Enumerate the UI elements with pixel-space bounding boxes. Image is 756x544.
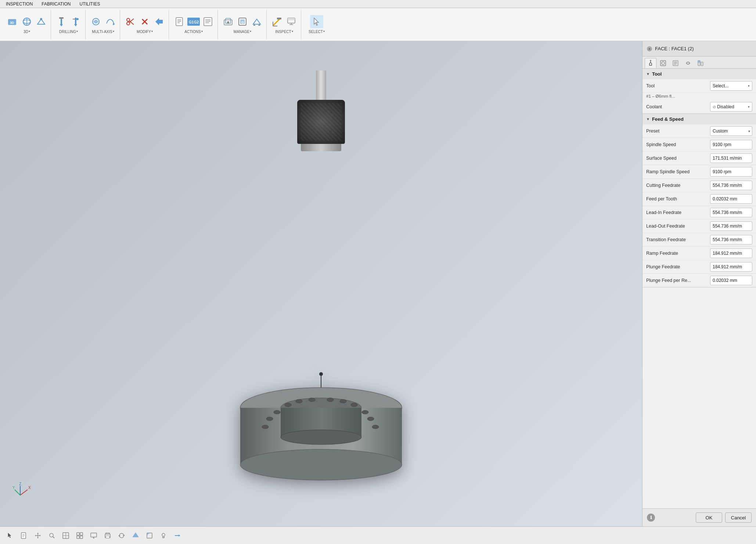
plunge-feedrate-input[interactable] [710,262,752,272]
bottom-icon-print[interactable] [102,530,113,541]
bottom-icon-grid[interactable] [74,530,85,541]
toolbar-group-multiaxis: MULTI-AXIS ▾ [86,10,120,39]
multiaxis-icon-2[interactable] [104,15,117,28]
drilling-icon-2[interactable] [69,15,82,28]
tab-tool[interactable] [645,58,656,68]
main-toolbar: 3D 3D ▾ [0,8,756,41]
bottom-icon-file[interactable] [18,530,29,541]
tab-geometry[interactable] [657,58,669,68]
actions-nc-icon[interactable] [201,15,215,28]
ramp-feedrate-row: Ramp Feedrate [642,247,756,260]
cutting-feedrate-input[interactable] [710,181,752,190]
svg-point-34 [227,21,229,23]
svg-point-90 [50,533,53,537]
bottom-icon-solid[interactable] [130,530,141,541]
bottom-icon-select[interactable] [4,530,15,541]
coolant-select-button[interactable]: ⊘ Disabled ▾ [710,102,752,112]
coolant-value: Disabled [717,104,734,109]
svg-rect-8 [59,17,64,19]
svg-point-54 [285,403,291,407]
bottom-icon-section[interactable] [144,530,155,541]
info-button[interactable]: ℹ [647,514,655,522]
toolbar-3d-label: 3D [24,30,28,34]
drilling-icon-1[interactable] [55,15,68,28]
spindle-speed-input[interactable] [710,140,752,149]
inspect-dropdown-arrow: ▾ [292,30,293,33]
toolbar-group-modify: MODIFY ▾ [121,10,169,39]
multiaxis-icon-1[interactable] [89,15,102,28]
manage-icon-1[interactable] [222,15,235,28]
svg-point-63 [262,425,269,429]
feed-per-tooth-input[interactable] [710,194,752,204]
bottom-icon-display[interactable] [88,530,99,541]
plunge-feed-per-rev-input[interactable] [710,276,752,285]
panel-scroll-area[interactable]: ▼ Tool Tool Select... ▾ #1 – Ø6mm fl... [642,69,756,508]
spindle-speed-label: Spindle Speed [646,142,708,147]
svg-rect-95 [77,533,79,535]
tab-chart[interactable] [695,58,706,68]
surface-speed-row: Surface Speed [642,152,756,165]
manage-icon-3[interactable] [250,15,263,28]
svg-point-73 [662,62,665,65]
svg-rect-103 [106,536,109,538]
svg-point-57 [327,398,334,402]
toolbar-group-select: SELECT ▾ [302,10,331,39]
toolbar-inspect-label: INSPECT [275,30,291,34]
lead-out-feedrate-input[interactable] [710,221,752,231]
bottom-icon-pan[interactable] [32,530,43,541]
lead-in-feedrate-input[interactable] [710,208,752,217]
svg-point-71 [650,60,651,61]
menu-utilities[interactable]: UTILITIES [79,1,100,7]
tool-info-row: #1 – Ø6mm fl... [642,93,756,100]
transition-feedrate-input[interactable] [710,235,752,244]
bottom-toolbar [0,526,756,544]
plunge-feedrate-label: Plunge Feedrate [646,264,708,269]
actions-icon-1[interactable] [173,15,186,28]
bottom-icon-light[interactable] [158,530,169,541]
tool-select-button[interactable]: Select... ▾ [710,81,752,91]
panel-title: FACE : FACE1 (2) [655,46,694,51]
drilling-dropdown-arrow: ▾ [76,30,78,33]
manage-icon-2[interactable]: G [236,15,249,28]
bottom-icon-arrow[interactable] [172,530,183,541]
svg-rect-39 [277,18,281,19]
panel-footer: ℹ OK Cancel [642,508,756,526]
menu-fabrication[interactable]: FABRICATION [42,1,71,7]
toolbar-modify-label: MODIFY [137,30,151,34]
tab-passes[interactable] [670,58,681,68]
inspect-icon-2[interactable] [285,15,298,28]
cancel-button[interactable]: Cancel [725,512,752,523]
bottom-icon-zoom[interactable] [46,530,57,541]
toolbar-manage-label: MANAGE [234,30,249,34]
toolbar-drilling-label: DRILLING [59,30,76,34]
coolant-dropdown-arrow: ▾ [748,105,750,109]
inspect-icon-1[interactable] [270,15,284,28]
svg-rect-99 [91,533,97,537]
svg-marker-105 [118,535,120,537]
ramp-spindle-speed-input[interactable] [710,167,752,177]
surface-speed-input[interactable] [710,153,752,163]
tool-section-header[interactable]: ▼ Tool [642,69,756,79]
tab-linking[interactable] [682,58,694,68]
feed-speed-section-header[interactable]: ▼ Feed & Speed [642,114,756,124]
3d-icon-1[interactable]: 3D [6,15,19,28]
ramp-feedrate-input[interactable] [710,249,752,258]
menu-inspection[interactable]: INSPECTION [6,1,33,7]
ramp-spindle-speed-row: Ramp Spindle Speed [642,165,756,179]
ok-button[interactable]: OK [696,512,722,523]
modify-arrow-icon[interactable] [152,15,166,28]
3d-icon-2[interactable] [20,15,33,28]
modify-x-icon[interactable] [138,15,151,28]
modify-scissors-icon[interactable] [124,15,137,28]
3d-icon-3[interactable] [35,15,48,28]
select-cursor-icon[interactable] [310,15,323,28]
actions-g1g2-icon[interactable]: G1 G2 [187,15,200,28]
bottom-icon-view[interactable] [60,530,71,541]
tool-holder-object [297,70,345,151]
svg-rect-28 [204,18,212,26]
preset-select[interactable]: Custom Aluminum Steel Plastic [710,126,752,136]
bottom-icon-rotate[interactable] [116,530,127,541]
3d-viewport[interactable]: X Y Z [0,41,642,526]
panel-close-button[interactable]: ● [647,46,652,51]
transition-feedrate-label: Transition Feedrate [646,237,708,242]
